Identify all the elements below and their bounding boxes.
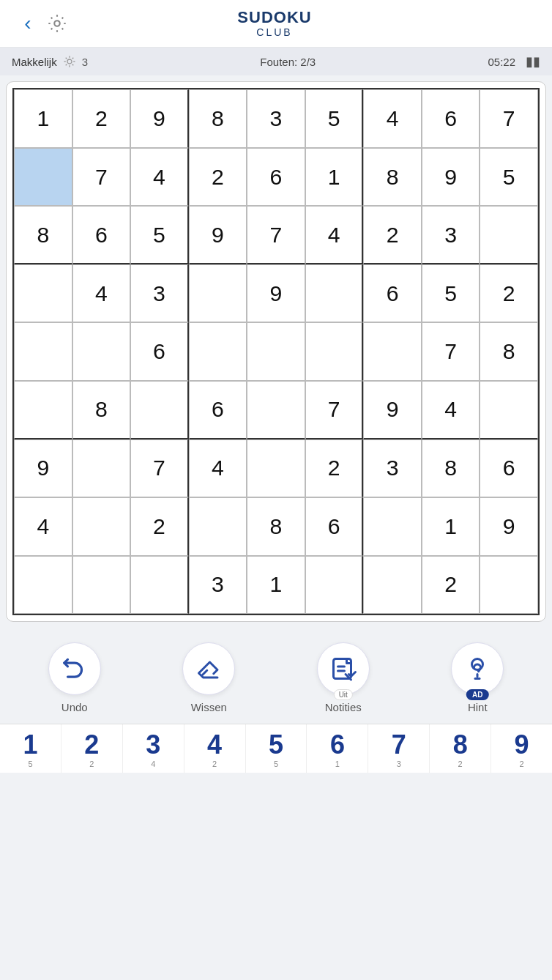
cell-2-3[interactable]: 9	[189, 206, 247, 264]
cell-4-8[interactable]: 8	[480, 322, 538, 381]
pause-icon[interactable]: ▮▮	[526, 53, 540, 70]
cell-8-1[interactable]	[72, 556, 131, 615]
cell-1-6[interactable]: 8	[363, 148, 422, 207]
cell-2-5[interactable]: 4	[305, 206, 364, 264]
cell-1-1[interactable]: 7	[72, 148, 131, 207]
cell-7-3[interactable]	[189, 497, 247, 556]
cell-5-7[interactable]: 4	[422, 381, 480, 439]
undo-action[interactable]: Undo	[48, 642, 101, 713]
cell-6-1[interactable]	[72, 439, 131, 498]
cell-4-6[interactable]	[363, 322, 422, 381]
num-button-5[interactable]: 55	[246, 724, 307, 773]
cell-4-2[interactable]: 6	[130, 322, 189, 381]
cell-8-0[interactable]	[14, 556, 72, 615]
cell-3-4[interactable]: 9	[247, 264, 305, 323]
cell-5-3[interactable]: 6	[189, 381, 247, 439]
hint-action[interactable]: AD Hint	[451, 642, 504, 713]
cell-0-3[interactable]: 8	[189, 89, 247, 148]
cell-1-7[interactable]: 9	[422, 148, 480, 207]
cell-8-6[interactable]	[363, 556, 422, 615]
cell-8-3[interactable]: 3	[189, 556, 247, 615]
num-button-7[interactable]: 73	[368, 724, 430, 773]
cell-6-5[interactable]: 2	[305, 439, 364, 498]
cell-2-1[interactable]: 6	[72, 206, 131, 264]
cell-4-7[interactable]: 7	[422, 322, 480, 381]
cell-1-4[interactable]: 6	[247, 148, 305, 207]
cell-2-8[interactable]	[480, 206, 538, 264]
cell-7-6[interactable]	[363, 497, 422, 556]
num-button-2[interactable]: 22	[61, 724, 123, 773]
cell-3-1[interactable]: 4	[72, 264, 131, 323]
svg-point-1	[67, 59, 72, 64]
cell-5-4[interactable]	[247, 381, 305, 439]
cell-4-4[interactable]	[247, 322, 305, 381]
cell-6-4[interactable]	[247, 439, 305, 498]
back-button[interactable]: ‹	[15, 10, 41, 37]
notities-action[interactable]: Uit Notities	[317, 642, 370, 713]
cell-3-8[interactable]: 2	[480, 264, 538, 323]
num-count-1: 5	[28, 760, 32, 768]
cell-0-2[interactable]: 9	[130, 89, 189, 148]
cell-8-8[interactable]	[480, 556, 538, 615]
stars-count: 3	[82, 56, 88, 68]
num-button-1[interactable]: 15	[0, 724, 61, 773]
wissen-action[interactable]: Wissen	[182, 642, 235, 713]
cell-0-7[interactable]: 6	[422, 89, 480, 148]
cell-6-7[interactable]: 8	[422, 439, 480, 498]
cell-4-1[interactable]	[72, 322, 131, 381]
cell-4-3[interactable]	[189, 322, 247, 381]
cell-3-2[interactable]: 3	[130, 264, 189, 323]
cell-5-8[interactable]	[480, 381, 538, 439]
cell-5-2[interactable]	[130, 381, 189, 439]
cell-3-3[interactable]	[189, 264, 247, 323]
cell-4-0[interactable]	[14, 322, 72, 381]
cell-8-7[interactable]: 2	[422, 556, 480, 615]
cell-3-5[interactable]	[305, 264, 364, 323]
cell-4-5[interactable]	[305, 322, 364, 381]
cell-8-2[interactable]	[130, 556, 189, 615]
num-button-9[interactable]: 92	[491, 724, 552, 773]
cell-3-7[interactable]: 5	[422, 264, 480, 323]
cell-5-5[interactable]: 7	[305, 381, 364, 439]
cell-0-0[interactable]: 1	[14, 89, 72, 148]
num-button-3[interactable]: 34	[123, 724, 184, 773]
cell-1-8[interactable]: 5	[480, 148, 538, 207]
num-button-4[interactable]: 42	[184, 724, 246, 773]
cell-2-7[interactable]: 3	[422, 206, 480, 264]
cell-1-0[interactable]	[14, 148, 72, 207]
cell-0-5[interactable]: 5	[305, 89, 364, 148]
cell-5-1[interactable]: 8	[72, 381, 131, 439]
cell-6-3[interactable]: 4	[189, 439, 247, 498]
cell-7-2[interactable]: 2	[130, 497, 189, 556]
cell-2-2[interactable]: 5	[130, 206, 189, 264]
cell-2-0[interactable]: 8	[14, 206, 72, 264]
cell-6-8[interactable]: 6	[480, 439, 538, 498]
cell-3-6[interactable]: 6	[363, 264, 422, 323]
cell-8-4[interactable]: 1	[247, 556, 305, 615]
cell-7-4[interactable]: 8	[247, 497, 305, 556]
cell-8-5[interactable]	[305, 556, 364, 615]
cell-7-1[interactable]	[72, 497, 131, 556]
cell-0-1[interactable]: 2	[72, 89, 131, 148]
cell-1-2[interactable]: 4	[130, 148, 189, 207]
cell-6-2[interactable]: 7	[130, 439, 189, 498]
cell-7-0[interactable]: 4	[14, 497, 72, 556]
num-button-6[interactable]: 61	[307, 724, 368, 773]
cell-6-0[interactable]: 9	[14, 439, 72, 498]
cell-3-0[interactable]	[14, 264, 72, 323]
cell-1-3[interactable]: 2	[189, 148, 247, 207]
cell-0-6[interactable]: 4	[363, 89, 422, 148]
cell-6-6[interactable]: 3	[363, 439, 422, 498]
cell-1-5[interactable]: 1	[305, 148, 364, 207]
num-button-8[interactable]: 82	[430, 724, 491, 773]
cell-7-5[interactable]: 6	[305, 497, 364, 556]
settings-button[interactable]	[44, 10, 70, 37]
cell-0-4[interactable]: 3	[247, 89, 305, 148]
cell-5-6[interactable]: 9	[363, 381, 422, 439]
cell-2-4[interactable]: 7	[247, 206, 305, 264]
cell-7-8[interactable]: 9	[480, 497, 538, 556]
cell-5-0[interactable]	[14, 381, 72, 439]
cell-7-7[interactable]: 1	[422, 497, 480, 556]
cell-2-6[interactable]: 2	[363, 206, 422, 264]
cell-0-8[interactable]: 7	[480, 89, 538, 148]
